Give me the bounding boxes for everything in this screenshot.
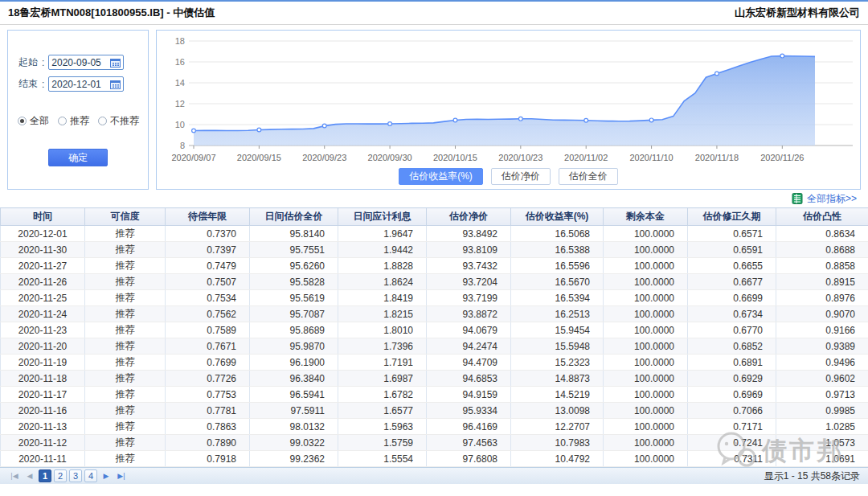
column-header[interactable]: 剩余本金 [604, 208, 688, 226]
chart-tab[interactable]: 估价净价 [491, 168, 551, 185]
table-cell: 0.7863 [166, 419, 250, 435]
page-title: 18鲁宏桥MTN008[101800955.IB] - 中债估值 [8, 6, 215, 20]
table-cell: 99.0322 [250, 435, 338, 451]
table-cell: 16.5388 [511, 242, 604, 258]
table-cell: 1.0285 [776, 419, 868, 435]
table-cell: 推荐 [85, 387, 166, 403]
filter-panel: 起始: 2020-09-05 结束: 2020-12-01 [7, 30, 149, 190]
record-count-summary: 显示1 - 15 共58条记录 [764, 469, 860, 483]
credibility-radio-全部[interactable]: 全部 [18, 114, 49, 128]
table-cell: 1.8010 [338, 322, 427, 338]
table-cell: 0.7479 [166, 258, 250, 274]
table-cell: 0.9602 [776, 371, 868, 387]
table-row: 2020-11-13推荐0.786398.01321.596396.416912… [1, 419, 868, 435]
credibility-radio-推荐[interactable]: 推荐 [58, 114, 89, 128]
table-cell: 12.2707 [511, 419, 604, 435]
chart-tab[interactable]: 估价全价 [559, 168, 618, 185]
table-cell: 0.7890 [166, 435, 250, 451]
table-cell: 93.8492 [427, 226, 511, 242]
radio-circle-icon[interactable] [58, 117, 67, 125]
table-cell: 1.9442 [338, 242, 427, 258]
start-date-input[interactable]: 2020-09-05 [48, 55, 124, 70]
table-cell: 推荐 [85, 242, 166, 258]
column-header[interactable]: 估价凸性 [776, 208, 868, 226]
table-cell: 推荐 [85, 419, 166, 435]
credibility-radio-不推荐[interactable]: 不推荐 [98, 114, 139, 128]
calendar-icon[interactable] [110, 80, 121, 89]
page-button-1[interactable]: 1 [39, 469, 51, 482]
table-cell: 0.6852 [688, 338, 776, 355]
confirm-button[interactable]: 确定 [48, 149, 108, 166]
end-date-row: 结束: 2020-12-01 [18, 76, 148, 92]
table-cell: 97.4563 [427, 435, 511, 451]
page-button-2[interactable]: 2 [54, 469, 67, 482]
table-cell: 15.2323 [511, 355, 604, 371]
radio-circle-icon[interactable] [98, 117, 107, 125]
table-cell: 95.5619 [250, 290, 338, 306]
table-cell: 100.0000 [604, 338, 688, 355]
chart-tab[interactable]: 估价收益率(%) [399, 168, 483, 185]
table-row: 2020-11-18推荐0.772696.38401.698794.685314… [1, 371, 868, 387]
table-cell: 95.7551 [250, 242, 338, 258]
table-cell: 16.5068 [511, 226, 604, 242]
table-cell: 推荐 [85, 435, 166, 451]
page-button-3[interactable]: 3 [69, 469, 82, 482]
table-cell: 1.9647 [338, 226, 427, 242]
svg-text:12: 12 [175, 99, 185, 109]
radio-circle-icon[interactable] [18, 117, 27, 125]
calendar-icon[interactable] [110, 58, 121, 68]
svg-text:2020/09/07: 2020/09/07 [171, 153, 215, 162]
table-cell: 100.0000 [604, 451, 688, 467]
table-row: 2020-11-27推荐0.747995.62601.882893.743216… [1, 258, 868, 274]
table-row: 2020-11-24推荐0.756295.70871.821593.887216… [1, 306, 868, 322]
valuation-table: 时间可信度待偿年限日间估价全价日间应计利息估价净价估价收益率(%)剩余本金估价修… [0, 207, 868, 467]
column-header[interactable]: 估价修正久期 [688, 208, 776, 226]
table-cell: 推荐 [85, 226, 166, 242]
table-cell: 0.6734 [688, 306, 776, 322]
table-cell: 16.5596 [511, 258, 604, 274]
table-cell: 0.7241 [688, 435, 776, 451]
indicators-row: 全部指标>> [0, 190, 868, 207]
table-cell: 1.8624 [338, 274, 427, 290]
table-cell: 0.7370 [166, 226, 250, 242]
table-cell: 2020-11-26 [1, 274, 85, 290]
table-cell: 2020-11-20 [1, 338, 85, 355]
table-cell: 10.7983 [511, 435, 604, 451]
table-cell: 推荐 [85, 403, 166, 419]
prev-page-button[interactable]: ◀ [23, 472, 36, 480]
table-cell: 0.7066 [688, 403, 776, 419]
table-cell: 16.5670 [511, 274, 604, 290]
table-cell: 0.8915 [776, 274, 868, 290]
table-cell: 100.0000 [604, 322, 688, 338]
table-cell: 94.6853 [427, 371, 511, 387]
next-page-button[interactable]: ▶ [100, 472, 113, 480]
table-cell: 100.0000 [604, 403, 688, 419]
table-row: 2020-11-11推荐0.791899.23621.555497.680810… [1, 451, 868, 467]
table-cell: 1.8828 [338, 258, 427, 274]
table-cell: 2020-11-25 [1, 290, 85, 306]
column-header[interactable]: 待偿年限 [166, 208, 250, 226]
table-cell: 100.0000 [604, 435, 688, 451]
column-header[interactable]: 估价收益率(%) [511, 208, 604, 226]
column-header[interactable]: 估价净价 [427, 208, 511, 226]
table-cell: 97.5911 [250, 403, 338, 419]
table-cell: 1.0691 [776, 451, 868, 467]
column-header[interactable]: 时间 [1, 208, 85, 226]
all-indicators-link[interactable]: 全部指标>> [807, 192, 857, 206]
table-cell: 0.8634 [776, 226, 868, 242]
column-header[interactable]: 日间估价全价 [250, 208, 338, 226]
table-cell: 100.0000 [604, 306, 688, 322]
table-cell: 1.0573 [776, 435, 868, 451]
last-page-button[interactable]: ▶| [115, 472, 128, 480]
first-page-button[interactable]: |◀ [8, 472, 21, 480]
column-header[interactable]: 日间应计利息 [338, 208, 427, 226]
table-cell: 1.5759 [338, 435, 427, 451]
column-header[interactable]: 可信度 [85, 208, 166, 226]
table-cell: 2020-11-27 [1, 258, 85, 274]
page-button-4[interactable]: 4 [84, 469, 97, 482]
table-cell: 93.7204 [427, 274, 511, 290]
export-excel-icon[interactable] [792, 193, 803, 204]
table-cell: 2020-11-13 [1, 419, 85, 435]
table-cell: 94.9159 [427, 387, 511, 403]
end-date-input[interactable]: 2020-12-01 [48, 76, 124, 92]
